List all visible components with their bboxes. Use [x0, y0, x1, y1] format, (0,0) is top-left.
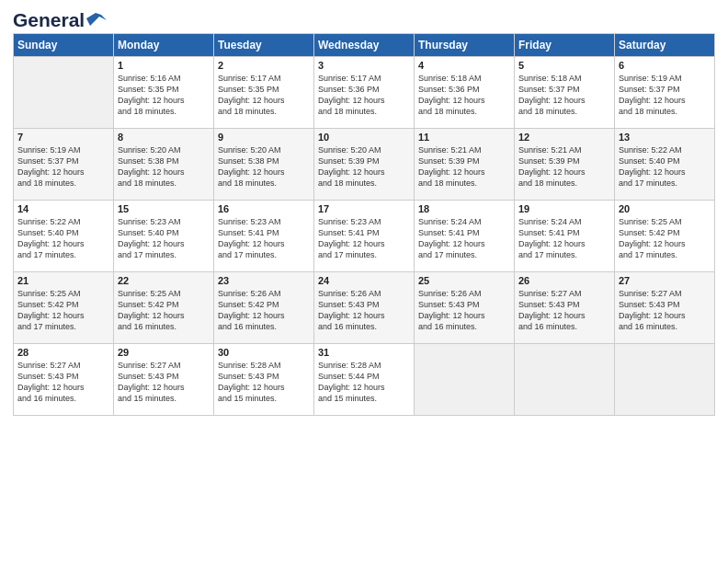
cell-week2-day2: 16Sunrise: 5:23 AM Sunset: 5:41 PM Dayli…: [214, 201, 314, 272]
day-info: Sunrise: 5:21 AM Sunset: 5:39 PM Dayligh…: [518, 144, 610, 190]
logo: General: [13, 9, 107, 28]
cell-week3-day5: 26Sunrise: 5:27 AM Sunset: 5:43 PM Dayli…: [515, 272, 615, 344]
cell-week0-day0: [14, 57, 114, 129]
cell-week1-day0: 7Sunrise: 5:19 AM Sunset: 5:37 PM Daylig…: [14, 129, 114, 201]
cell-week2-day1: 15Sunrise: 5:23 AM Sunset: 5:40 PM Dayli…: [114, 201, 214, 272]
cell-week0-day2: 2Sunrise: 5:17 AM Sunset: 5:35 PM Daylig…: [214, 57, 314, 129]
cell-week4-day4: [415, 344, 515, 416]
cell-week1-day3: 10Sunrise: 5:20 AM Sunset: 5:39 PM Dayli…: [314, 129, 415, 201]
day-info: Sunrise: 5:26 AM Sunset: 5:42 PM Dayligh…: [218, 288, 310, 333]
day-info: Sunrise: 5:17 AM Sunset: 5:35 PM Dayligh…: [218, 73, 310, 118]
day-info: Sunrise: 5:26 AM Sunset: 5:43 PM Dayligh…: [318, 288, 410, 333]
day-number: 10: [318, 132, 410, 143]
day-number: 14: [17, 203, 109, 214]
cell-week1-day2: 9Sunrise: 5:20 AM Sunset: 5:38 PM Daylig…: [214, 129, 314, 201]
cell-week1-day4: 11Sunrise: 5:21 AM Sunset: 5:39 PM Dayli…: [415, 129, 515, 201]
day-info: Sunrise: 5:28 AM Sunset: 5:44 PM Dayligh…: [318, 360, 410, 405]
day-info: Sunrise: 5:21 AM Sunset: 5:39 PM Dayligh…: [418, 144, 510, 190]
day-info: Sunrise: 5:18 AM Sunset: 5:36 PM Dayligh…: [418, 73, 510, 118]
cell-week4-day2: 30Sunrise: 5:28 AM Sunset: 5:43 PM Dayli…: [214, 344, 314, 416]
day-info: Sunrise: 5:24 AM Sunset: 5:41 PM Dayligh…: [418, 216, 510, 261]
cell-week0-day1: 1Sunrise: 5:16 AM Sunset: 5:35 PM Daylig…: [114, 57, 214, 129]
day-number: 22: [118, 275, 210, 286]
day-info: Sunrise: 5:19 AM Sunset: 5:37 PM Dayligh…: [17, 144, 109, 190]
day-number: 29: [118, 347, 210, 358]
day-info: Sunrise: 5:22 AM Sunset: 5:40 PM Dayligh…: [17, 216, 109, 261]
day-number: 11: [418, 132, 510, 143]
cell-week0-day6: 6Sunrise: 5:19 AM Sunset: 5:37 PM Daylig…: [615, 57, 715, 129]
day-info: Sunrise: 5:20 AM Sunset: 5:38 PM Dayligh…: [118, 144, 210, 190]
day-info: Sunrise: 5:23 AM Sunset: 5:41 PM Dayligh…: [218, 216, 310, 261]
logo-general: General: [13, 9, 85, 31]
day-number: 27: [619, 275, 711, 286]
col-monday: Monday: [114, 34, 214, 57]
day-info: Sunrise: 5:16 AM Sunset: 5:35 PM Dayligh…: [118, 73, 210, 118]
day-number: 4: [418, 60, 510, 71]
col-thursday: Thursday: [415, 34, 515, 57]
col-friday: Friday: [515, 34, 615, 57]
cell-week0-day3: 3Sunrise: 5:17 AM Sunset: 5:36 PM Daylig…: [314, 57, 415, 129]
col-sunday: Sunday: [14, 34, 114, 57]
day-info: Sunrise: 5:23 AM Sunset: 5:40 PM Dayligh…: [118, 216, 210, 261]
cell-week3-day4: 25Sunrise: 5:26 AM Sunset: 5:43 PM Dayli…: [415, 272, 515, 344]
day-number: 2: [218, 60, 310, 71]
day-number: 30: [218, 347, 310, 358]
day-info: Sunrise: 5:25 AM Sunset: 5:42 PM Dayligh…: [619, 216, 711, 261]
day-number: 6: [619, 60, 711, 71]
day-number: 23: [218, 275, 310, 286]
day-info: Sunrise: 5:23 AM Sunset: 5:41 PM Dayligh…: [318, 216, 410, 261]
day-info: Sunrise: 5:25 AM Sunset: 5:42 PM Dayligh…: [17, 288, 109, 333]
day-number: 21: [17, 275, 109, 286]
cell-week1-day1: 8Sunrise: 5:20 AM Sunset: 5:38 PM Daylig…: [114, 129, 214, 201]
cell-week3-day0: 21Sunrise: 5:25 AM Sunset: 5:42 PM Dayli…: [14, 272, 114, 344]
day-info: Sunrise: 5:20 AM Sunset: 5:39 PM Dayligh…: [318, 144, 410, 190]
day-info: Sunrise: 5:27 AM Sunset: 5:43 PM Dayligh…: [619, 288, 711, 333]
col-wednesday: Wednesday: [314, 34, 415, 57]
day-info: Sunrise: 5:27 AM Sunset: 5:43 PM Dayligh…: [17, 360, 109, 405]
logo-bird-icon: [86, 13, 107, 28]
cell-week2-day4: 18Sunrise: 5:24 AM Sunset: 5:41 PM Dayli…: [415, 201, 515, 272]
day-info: Sunrise: 5:28 AM Sunset: 5:43 PM Dayligh…: [218, 360, 310, 405]
day-number: 18: [418, 203, 510, 214]
calendar-table: SundayMondayTuesdayWednesdayThursdayFrid…: [13, 33, 715, 416]
cell-week0-day4: 4Sunrise: 5:18 AM Sunset: 5:36 PM Daylig…: [415, 57, 515, 129]
cell-week3-day1: 22Sunrise: 5:25 AM Sunset: 5:42 PM Dayli…: [114, 272, 214, 344]
day-number: 25: [418, 275, 510, 286]
day-number: 9: [218, 132, 310, 143]
cell-week3-day6: 27Sunrise: 5:27 AM Sunset: 5:43 PM Dayli…: [615, 272, 715, 344]
day-number: 1: [118, 60, 210, 71]
day-number: 3: [318, 60, 410, 71]
cell-week3-day2: 23Sunrise: 5:26 AM Sunset: 5:42 PM Dayli…: [214, 272, 314, 344]
day-info: Sunrise: 5:26 AM Sunset: 5:43 PM Dayligh…: [418, 288, 510, 333]
col-tuesday: Tuesday: [214, 34, 314, 57]
day-number: 16: [218, 203, 310, 214]
cell-week4-day1: 29Sunrise: 5:27 AM Sunset: 5:43 PM Dayli…: [114, 344, 214, 416]
svg-marker-0: [86, 13, 107, 26]
cell-week2-day3: 17Sunrise: 5:23 AM Sunset: 5:41 PM Dayli…: [314, 201, 415, 272]
day-number: 12: [518, 132, 610, 143]
cell-week1-day6: 13Sunrise: 5:22 AM Sunset: 5:40 PM Dayli…: [615, 129, 715, 201]
col-saturday: Saturday: [615, 34, 715, 57]
cell-week4-day0: 28Sunrise: 5:27 AM Sunset: 5:43 PM Dayli…: [14, 344, 114, 416]
cell-week4-day6: [615, 344, 715, 416]
cell-week0-day5: 5Sunrise: 5:18 AM Sunset: 5:37 PM Daylig…: [515, 57, 615, 129]
day-number: 8: [118, 132, 210, 143]
day-number: 26: [518, 275, 610, 286]
day-number: 15: [118, 203, 210, 214]
cell-week2-day0: 14Sunrise: 5:22 AM Sunset: 5:40 PM Dayli…: [14, 201, 114, 272]
day-number: 5: [518, 60, 610, 71]
day-number: 24: [318, 275, 410, 286]
day-info: Sunrise: 5:20 AM Sunset: 5:38 PM Dayligh…: [218, 144, 310, 190]
day-info: Sunrise: 5:22 AM Sunset: 5:40 PM Dayligh…: [619, 144, 711, 190]
day-info: Sunrise: 5:17 AM Sunset: 5:36 PM Dayligh…: [318, 73, 410, 118]
day-info: Sunrise: 5:27 AM Sunset: 5:43 PM Dayligh…: [518, 288, 610, 333]
day-number: 20: [619, 203, 711, 214]
cell-week1-day5: 12Sunrise: 5:21 AM Sunset: 5:39 PM Dayli…: [515, 129, 615, 201]
day-number: 13: [619, 132, 711, 143]
day-number: 31: [318, 347, 410, 358]
day-number: 19: [518, 203, 610, 214]
day-info: Sunrise: 5:27 AM Sunset: 5:43 PM Dayligh…: [118, 360, 210, 405]
day-info: Sunrise: 5:24 AM Sunset: 5:41 PM Dayligh…: [518, 216, 610, 261]
day-info: Sunrise: 5:19 AM Sunset: 5:37 PM Dayligh…: [619, 73, 711, 118]
day-number: 7: [17, 132, 109, 143]
